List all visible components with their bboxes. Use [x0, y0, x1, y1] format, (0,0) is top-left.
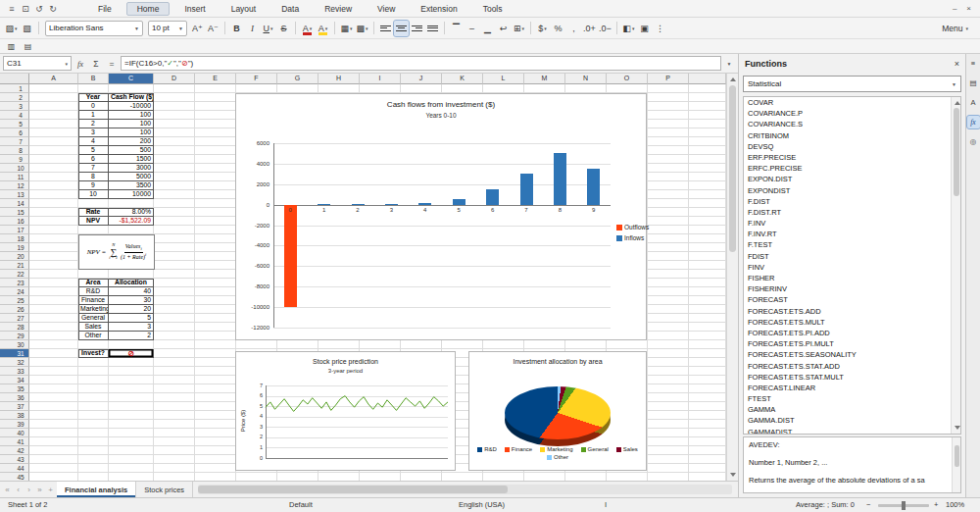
hamburger-menu-icon[interactable]: ≡ — [5, 2, 19, 16]
freeze-panes-button[interactable]: ▥ — [4, 40, 19, 52]
language-status[interactable]: English (USA) — [459, 500, 505, 509]
cell-P27[interactable] — [648, 314, 689, 323]
zoom-out-button[interactable]: − — [866, 500, 870, 509]
cell-C34[interactable] — [109, 376, 154, 384]
cashflow-chart[interactable]: 6000400020000-2000-4000-6000-8000-10000-… — [235, 93, 647, 340]
menu-tab-file[interactable]: File — [87, 2, 122, 16]
cell-D22[interactable] — [154, 270, 195, 279]
cell-D12[interactable] — [154, 181, 195, 190]
save-icon[interactable]: ⊡ — [19, 2, 32, 16]
currency-button[interactable]: $▾ — [535, 21, 550, 36]
merge-cells-button[interactable]: ⊞▾ — [512, 21, 526, 36]
cell-E7[interactable] — [195, 137, 236, 146]
function-item-gamma[interactable]: GAMMA — [744, 404, 960, 415]
cell-P34[interactable] — [648, 376, 689, 384]
column-header-F[interactable]: F — [236, 74, 277, 84]
cell-A39[interactable] — [29, 420, 78, 429]
clone-formatting-button[interactable]: ▧ — [20, 21, 34, 36]
align-left-button[interactable] — [378, 21, 393, 36]
cell-L30[interactable] — [483, 340, 524, 349]
cell-D36[interactable] — [154, 393, 195, 402]
function-item-forecast.linear[interactable]: FORECAST.LINEAR — [744, 383, 960, 393]
scroll-up-icon[interactable] — [730, 77, 736, 81]
cell-E15[interactable] — [195, 208, 236, 217]
cell-D5[interactable] — [154, 120, 195, 128]
column-header-D[interactable]: D — [154, 74, 195, 84]
cell-C7[interactable]: 200 — [109, 137, 154, 146]
cell-C26[interactable]: 20 — [109, 305, 154, 314]
cell-D2[interactable] — [154, 93, 195, 102]
category-dropdown[interactable]: Statistical ▼ — [743, 76, 961, 92]
function-item-f.dist[interactable]: F.DIST — [744, 196, 960, 207]
cell-B43[interactable] — [78, 455, 109, 464]
cell-C12[interactable]: 3500 — [109, 181, 154, 190]
row-header-3[interactable]: 3 — [0, 102, 29, 111]
zoom-slider[interactable] — [878, 504, 929, 507]
cell-B23[interactable]: Area — [78, 279, 109, 287]
row-header-24[interactable]: 24 — [0, 287, 29, 296]
cell-C2[interactable]: Cash Flow ($) — [109, 93, 154, 102]
cell-C39[interactable] — [109, 420, 154, 429]
column-header-A[interactable]: A — [29, 74, 78, 84]
cell-B27[interactable]: General — [78, 314, 109, 323]
cell-O45[interactable] — [607, 473, 648, 481]
cell-D20[interactable] — [154, 252, 195, 261]
cell-D35[interactable] — [154, 384, 195, 393]
cell-C22[interactable] — [109, 270, 154, 279]
cell-C36[interactable] — [109, 393, 154, 402]
cell-B37[interactable] — [78, 402, 109, 411]
cell-G30[interactable] — [277, 340, 318, 349]
function-item-expon.dist[interactable]: EXPON.DIST — [744, 174, 960, 184]
cell-P7[interactable] — [648, 137, 689, 146]
cell-E44[interactable] — [195, 464, 236, 473]
menu-button[interactable]: Menu ▾ — [934, 24, 976, 33]
borders-button[interactable]: ▦▾ — [339, 21, 354, 36]
cell-E40[interactable] — [195, 429, 236, 437]
cell-P21[interactable] — [648, 261, 689, 270]
cell-A31[interactable] — [29, 349, 78, 358]
cell-E13[interactable] — [195, 190, 236, 199]
cell-C31[interactable]: ⊘ — [109, 349, 154, 358]
cell-P15[interactable] — [648, 208, 689, 217]
cell-D37[interactable] — [154, 402, 195, 411]
cell-E24[interactable] — [195, 287, 236, 296]
zoom-slider-thumb[interactable] — [902, 501, 906, 510]
cell-F30[interactable] — [236, 340, 277, 349]
cell-P37[interactable] — [648, 402, 689, 411]
cell-P26[interactable] — [648, 305, 689, 314]
column-header-J[interactable]: J — [401, 74, 442, 84]
cell-A25[interactable] — [29, 296, 78, 305]
cell-H45[interactable] — [318, 473, 360, 481]
cell-P28[interactable] — [648, 323, 689, 332]
cell-B30[interactable] — [78, 340, 109, 349]
cell-C41[interactable] — [109, 437, 154, 446]
row-header-9[interactable]: 9 — [0, 155, 29, 164]
cell-B26[interactable]: Marketing — [78, 305, 109, 314]
cell-P16[interactable] — [648, 217, 689, 226]
cell-E14[interactable] — [195, 199, 236, 208]
description-scrollbar[interactable] — [952, 437, 960, 492]
close-icon[interactable]: × — [955, 59, 959, 69]
cell-P19[interactable] — [648, 243, 689, 252]
menu-tab-extension[interactable]: Extension — [410, 2, 467, 16]
cell-P31[interactable] — [648, 349, 689, 358]
cell-D26[interactable] — [154, 305, 195, 314]
cell-C35[interactable] — [109, 384, 154, 393]
bold-button[interactable]: B — [229, 21, 244, 36]
page-style-status[interactable]: Default — [289, 500, 313, 509]
row-header-35[interactable]: 35 — [0, 384, 29, 393]
allocation-pie-chart[interactable]: R&DFinanceMarketingGeneralSalesOther Inv… — [468, 351, 647, 471]
row-header-43[interactable]: 43 — [0, 455, 29, 464]
cell-E26[interactable] — [195, 305, 236, 314]
cell-E19[interactable] — [195, 243, 236, 252]
properties-deck-icon[interactable]: ▤ — [967, 77, 980, 89]
row-header-27[interactable]: 27 — [0, 314, 29, 323]
center-vertically-button[interactable]: – — [465, 21, 479, 36]
zoom-in-button[interactable]: + — [934, 500, 938, 509]
cell-A10[interactable] — [29, 164, 78, 173]
cell-A28[interactable] — [29, 323, 78, 332]
cell-C28[interactable]: 3 — [109, 323, 154, 332]
cell-A36[interactable] — [29, 393, 78, 402]
add-sheet-button[interactable]: + — [45, 486, 56, 494]
cell-C9[interactable]: 1500 — [109, 155, 154, 164]
